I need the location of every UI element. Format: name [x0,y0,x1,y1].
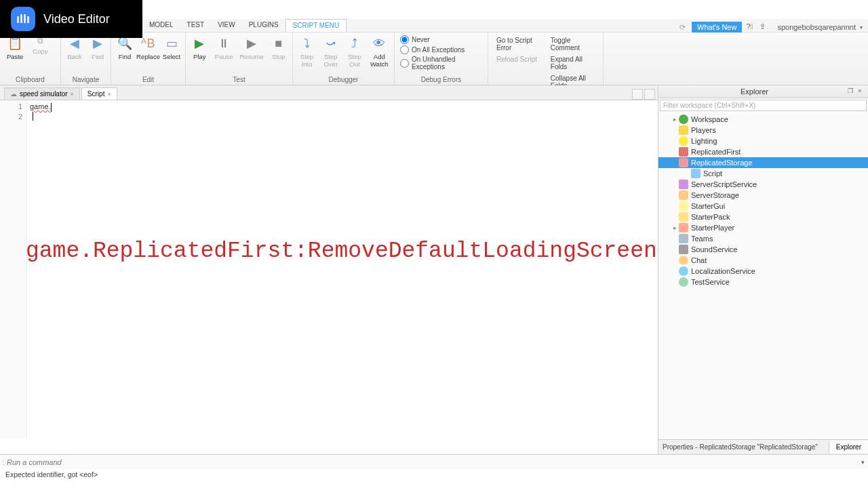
user-dropdown-icon[interactable]: ▾ [860,24,863,30]
share-icon[interactable]: ⇪ [760,22,769,32]
tree-item-replicatedfirst[interactable]: ReplicatedFirst [658,146,868,157]
explorer-title: Explorer [663,87,846,96]
group-debugger: Debugger [296,75,391,85]
pause-button[interactable]: ⏸Pause [212,34,236,62]
expand-folds[interactable]: Expand All Folds [548,54,597,72]
tree-item-localizationservice[interactable]: LocalizationService [658,266,868,277]
cloud-icon: ☁ [10,90,17,98]
tree-item-lighting[interactable]: Lighting [658,136,868,146]
node-icon [679,223,688,232]
watermark-label: Video Editor [43,12,110,26]
tree-label: Chat [691,256,707,264]
tree-item-script[interactable]: Script [658,168,868,179]
node-icon [679,158,688,167]
panel-popout-icon[interactable]: ❐ [846,87,854,96]
tab-model[interactable]: MODEL [142,19,180,32]
explorer-filter-input[interactable]: Filter workspace (Ctrl+Shift+X) [660,100,867,111]
tree-label: Workspace [691,115,728,123]
tree-item-serverscriptservice[interactable]: ServerScriptService [658,179,868,190]
status-bar: Expected identifier, got <eof> [0,469,868,483]
toggle-comment[interactable]: Toggle Comment [548,35,597,53]
command-dropdown-icon[interactable]: ▾ [857,459,868,466]
username-label[interactable]: spongebobsqarepannnt [777,23,856,31]
step-out-button[interactable]: ⤴Step Out [343,34,366,69]
ribbon: 📋Paste ⧉Copy Clipboard ◀Back ▶Fwd Naviga… [0,33,868,85]
tree-label: SoundService [691,245,738,253]
debug-never-radio[interactable]: Never [400,35,482,44]
explorer-header: Explorer ❐ × [658,85,868,98]
command-input[interactable] [4,458,857,466]
tree-item-starterplayer[interactable]: ▸StarterPlayer [658,222,868,233]
tab-script-menu[interactable]: SCRIPT MENU [285,19,347,32]
command-bar: ⋮ ▾ [0,454,868,469]
tab-plugins[interactable]: PLUGINS [242,19,285,32]
expander-icon[interactable]: ▾ [671,159,679,166]
goto-script-error[interactable]: Go to Script Error [494,35,542,53]
group-debug-errors: Debug Errors [397,75,485,85]
node-icon [679,115,688,124]
tree-item-starterpack[interactable]: StarterPack [658,211,868,222]
upgrade-icon[interactable]: ⟳ [679,23,688,31]
tree-label: TestService [691,278,730,286]
tree-item-chat[interactable]: Chat [658,255,868,266]
stop-button[interactable]: ■Stop [267,34,290,62]
tab-view[interactable]: VIEW [211,19,242,32]
tree-label: ServerStorage [691,191,739,199]
properties-title: Properties - ReplicatedStorage "Replicat… [658,443,829,451]
script-editor[interactable]: 1 2 game. [0,100,658,439]
tree-label: ReplicatedStorage [691,159,753,167]
tree-item-replicatedstorage[interactable]: ▾ReplicatedStorage [658,157,868,168]
line-gutter: 1 2 [0,100,27,439]
whats-new-button[interactable]: What's New [692,22,742,33]
watermark-icon: ıllı [11,7,35,31]
explorer-panel: Explorer ❐ × Filter workspace (Ctrl+Shif… [658,85,868,439]
resume-button[interactable]: ▶Resume [237,34,266,62]
node-icon [679,180,688,189]
expander-icon[interactable]: ▸ [671,116,679,123]
tree-item-players[interactable]: Players [658,125,868,136]
back-button[interactable]: ◀Back [64,34,85,62]
code-area[interactable]: game. [27,100,658,439]
properties-tab-explorer[interactable]: Explorer [829,441,868,453]
close-icon[interactable]: × [71,91,74,98]
find-button[interactable]: 🔍Find [114,34,136,62]
tab-place[interactable]: ☁ speed simulator × [4,87,80,100]
text-cursor [33,112,33,121]
titlebar-right: ⟳ What's New ?⃝ ⇪ spongebobsqarepannnt ▾ [679,20,863,34]
tree-label: LocalizationService [691,267,755,275]
add-watch-button[interactable]: 👁Add Watch [368,34,391,69]
select-button[interactable]: ▭Select [161,34,182,62]
tab-control-1[interactable] [632,89,643,100]
status-message: Expected identifier, got <eof> [5,470,98,479]
debug-unhandled-radio[interactable]: On Unhandled Exceptions [400,56,482,70]
tree-item-startergui[interactable]: StarterGui [658,201,868,211]
close-icon[interactable]: × [107,91,111,98]
tree-label: StarterGui [691,202,725,210]
fwd-button[interactable]: ▶Fwd [87,34,108,62]
reload-script[interactable]: Reload Script [494,54,542,64]
tree-item-teams[interactable]: Teams [658,233,868,244]
play-button[interactable]: ▶Play [189,34,211,62]
node-icon [679,190,688,200]
tree-item-soundservice[interactable]: SoundService [658,244,868,255]
tree-item-serverstorage[interactable]: ServerStorage [658,190,868,201]
tab-script[interactable]: Script × [81,87,117,100]
help-icon[interactable]: ?⃝ [746,22,755,32]
explorer-tree: ▸WorkspacePlayersLightingReplicatedFirst… [658,113,868,439]
group-clipboard: Clipboard [3,75,58,85]
node-icon [679,212,688,222]
tab-script-label: Script [87,90,105,98]
panel-close-icon[interactable]: × [856,87,864,96]
debug-all-radio[interactable]: On All Exceptions [400,45,482,54]
tab-test[interactable]: TEST [180,19,212,32]
paste-button[interactable]: 📋Paste [3,34,27,62]
tree-item-testservice[interactable]: TestService [658,277,868,287]
replace-button[interactable]: ᴬBReplace [137,34,159,62]
node-icon [679,266,688,276]
tab-control-2[interactable] [644,89,655,100]
expander-icon[interactable]: ▸ [671,224,679,231]
step-into-button[interactable]: ⤵Step Into [296,34,318,69]
node-icon [679,201,688,211]
step-over-button[interactable]: ⤻Step Over [319,34,342,69]
tree-item-workspace[interactable]: ▸Workspace [658,114,868,125]
